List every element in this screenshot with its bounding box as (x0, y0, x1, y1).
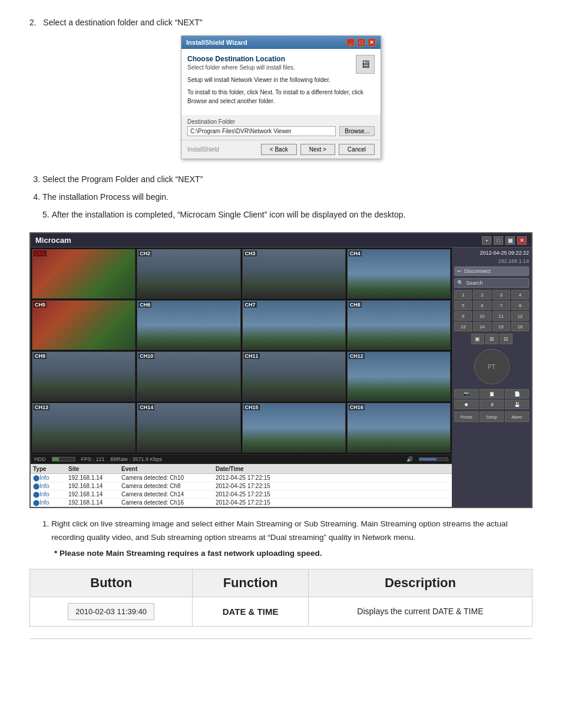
camera-cell-ch15[interactable]: CH15 (242, 403, 346, 453)
numpad-button-14[interactable]: 14 (473, 322, 491, 331)
fps-label: FPS : 121 (81, 456, 105, 462)
numpad-button-2[interactable]: 2 (473, 290, 491, 299)
dialog-body-text2: To install to this folder, click Next. T… (187, 88, 375, 106)
camera-cell-ch2[interactable]: CH2 (137, 249, 240, 299)
camera-image-ch13 (32, 403, 135, 452)
dialog-body: Choose Destination Location Select folde… (181, 49, 381, 115)
dialog-minimize-button[interactable]: _ (346, 38, 355, 47)
log-site: 192.168.1.14 (68, 491, 121, 498)
log-col-event: Event (121, 466, 216, 472)
log-row: ⬤Info 192.168.1.14 Camera detected: Ch14… (31, 490, 452, 499)
camera-cell-ch13[interactable]: CH13 (32, 403, 135, 453)
step-4-item: The installation Process will begin. (42, 189, 533, 205)
dialog-cancel-button[interactable]: Cancel (339, 144, 375, 155)
bottom-buttons: Preset Setup Alarm (454, 411, 529, 422)
camera-cell-ch6[interactable]: CH6 (137, 300, 240, 350)
step1-text: Right click on live streaming image and … (51, 518, 533, 545)
dialog-dest-value[interactable]: C:\Program Files\DVR\Network Viewer (187, 126, 336, 136)
camera-cell-ch5[interactable]: CH5 (32, 300, 135, 350)
step1-number: 1. (42, 518, 49, 531)
numpad-button-4[interactable]: 4 (511, 290, 529, 299)
camera-label-ch2: CH2 (138, 251, 151, 256)
numpad-button-13[interactable]: 13 (454, 322, 472, 331)
numpad-button-16[interactable]: 16 (511, 322, 529, 331)
microcam-maximize-button[interactable]: ▣ (505, 236, 515, 245)
alarm-btn[interactable]: Alarm (505, 411, 529, 422)
camera-cell-ch1[interactable]: CH1 (32, 249, 135, 299)
camera-cell-ch3[interactable]: CH3 (242, 249, 346, 299)
camera-cell-ch12[interactable]: CH12 (347, 351, 451, 401)
camera-image-ch11 (243, 352, 345, 401)
camera-status-bar: HDD FPS : 121 BitRate : 3571.9 Kbps 🔊 (31, 454, 452, 464)
microcam-controls: ▪ □ ▣ ✕ (482, 236, 527, 245)
ptz-control[interactable]: PT (474, 349, 510, 384)
hdd-label: HDD (34, 456, 46, 462)
log-section: Type Site Event Date/Time ⬤Info 192.168.… (31, 464, 452, 507)
numpad-button-3[interactable]: 3 (492, 290, 510, 299)
camera-cell-ch14[interactable]: CH14 (137, 403, 240, 453)
layout-1x1-button[interactable]: ▣ (471, 334, 484, 344)
disconnect-button[interactable]: ↩ Disconnect (454, 266, 529, 276)
log-event: Camera detected: Ch14 (121, 491, 216, 498)
dialog-browse-button[interactable]: Browse... (339, 126, 375, 136)
numpad-button-7[interactable]: 7 (492, 301, 510, 310)
camera-image-ch7 (243, 301, 345, 350)
log-table-header: Type Site Event Date/Time (31, 465, 452, 474)
numpad-button-12[interactable]: 12 (511, 311, 529, 321)
camera-grid: CH1CH2CH3CH4CH5CH6CH7CH8CH9CH10CH11CH12C… (31, 248, 452, 454)
numpad-button-11[interactable]: 11 (492, 311, 510, 321)
search-button[interactable]: 🔍 Search (454, 278, 529, 288)
copy-btn[interactable]: 📋 (480, 389, 504, 398)
paste-btn[interactable]: 📄 (505, 389, 529, 398)
dialog-back-button[interactable]: < Back (261, 144, 297, 155)
camera-cell-ch4[interactable]: CH4 (347, 249, 451, 299)
camera-cell-ch16[interactable]: CH16 (347, 403, 451, 453)
rp-datetime: 2012-04-25 09:22:22 (454, 250, 529, 256)
camera-cell-ch7[interactable]: CH7 (242, 300, 346, 350)
numpad-button-6[interactable]: 6 (473, 301, 491, 310)
log-col-site: Site (68, 466, 121, 472)
camera-cell-ch9[interactable]: CH9 (32, 351, 135, 401)
camera-label-ch1: CH1 (34, 251, 47, 256)
rec-btn[interactable]: ⏺ (454, 400, 478, 409)
capture-btn[interactable]: 📷 (454, 389, 478, 398)
step-2-container: 2. Select a destination folder and click… (29, 18, 533, 27)
camera-image-ch16 (348, 403, 450, 452)
table-cell-button: 2010-02-03 11:39:40 (30, 597, 193, 626)
layout-buttons: ▣ ⊞ ⊟ (454, 334, 529, 344)
date-time-button[interactable]: 2010-02-03 11:39:40 (68, 603, 154, 620)
camera-label-ch8: CH8 (349, 302, 362, 308)
numpad-button-10[interactable]: 10 (473, 311, 491, 321)
table-header-button: Button (30, 569, 193, 597)
step-3-item: Select the Program Folder and click “NEX… (42, 171, 533, 187)
dialog-next-button[interactable]: Next > (300, 144, 335, 155)
log-type: ⬤Info (33, 475, 68, 481)
search-icon: 🔍 (457, 280, 464, 286)
camera-label-ch11: CH11 (244, 353, 260, 359)
camera-label-ch12: CH12 (349, 353, 365, 359)
dialog-close-button[interactable]: ✕ (368, 38, 376, 47)
backup-btn[interactable]: 💾 (505, 400, 529, 409)
microcam-close-button[interactable]: ✕ (517, 236, 527, 245)
numpad-button-8[interactable]: 8 (511, 301, 529, 310)
setup-btn[interactable]: Setup (480, 411, 504, 422)
numpad-button-1[interactable]: 1 (454, 290, 472, 299)
camera-image-ch1 (32, 249, 135, 298)
layout-2x2-button[interactable]: ⊞ (485, 334, 498, 344)
camera-label-ch3: CH3 (244, 251, 257, 256)
log-row: ⬤Info 192.168.1.14 Camera detected: Ch8 … (31, 482, 452, 490)
pause-btn[interactable]: ⏸ (480, 400, 504, 409)
camera-cell-ch10[interactable]: CH10 (137, 351, 240, 401)
dialog-restore-button[interactable]: □ (357, 38, 365, 47)
microcam-restore-button[interactable]: □ (494, 236, 503, 245)
layout-4x4-button[interactable]: ⊟ (500, 334, 513, 344)
numpad-button-9[interactable]: 9 (454, 311, 472, 321)
numpad: 12345678910111213141516 (454, 290, 529, 331)
camera-label-ch13: CH13 (34, 404, 49, 410)
preset-btn[interactable]: Preset (454, 411, 478, 422)
numpad-button-5[interactable]: 5 (454, 301, 472, 310)
microcam-minimize-button[interactable]: ▪ (482, 236, 491, 245)
camera-cell-ch11[interactable]: CH11 (242, 351, 346, 401)
camera-cell-ch8[interactable]: CH8 (347, 300, 451, 350)
numpad-button-15[interactable]: 15 (492, 322, 510, 331)
